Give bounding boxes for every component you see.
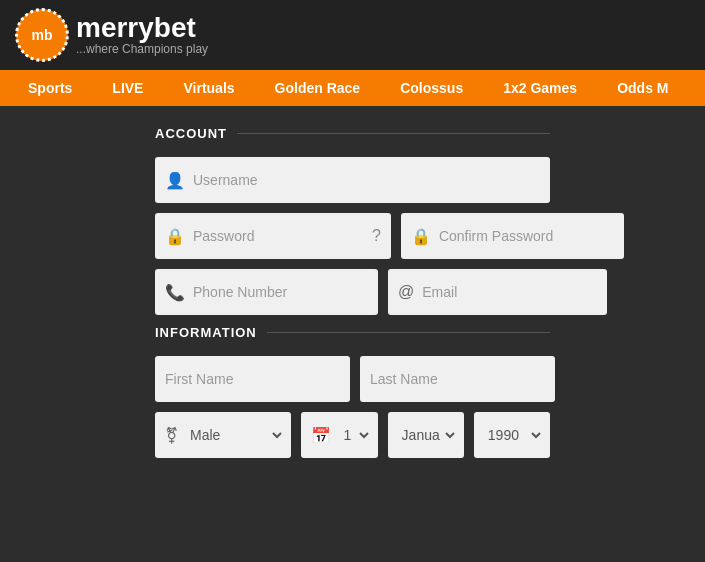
- logo: mb merrybet ...where Champions play: [16, 9, 208, 61]
- password-row: 🔒 ? 🔒: [155, 213, 550, 259]
- nav-item-live[interactable]: LIVE: [92, 70, 163, 106]
- user-icon: 👤: [165, 171, 185, 190]
- email-field-container: @: [388, 269, 607, 315]
- year-select[interactable]: 1990 1991 1992: [484, 426, 544, 444]
- main-content: ACCOUNT 👤 🔒 ? 🔒 📞 @ INFORMATION: [0, 106, 705, 488]
- nav-item-sports[interactable]: Sports: [8, 70, 92, 106]
- logo-initials: mb: [32, 27, 53, 43]
- phone-icon: 📞: [165, 283, 185, 302]
- password-help-icon[interactable]: ?: [372, 227, 381, 245]
- nav-item-golden-race[interactable]: Golden Race: [255, 70, 381, 106]
- account-section-label: ACCOUNT: [155, 126, 550, 141]
- lock-icon: 🔒: [165, 227, 185, 246]
- first-name-input[interactable]: [165, 371, 340, 387]
- at-icon: @: [398, 283, 414, 301]
- logo-text-group: merrybet ...where Champions play: [76, 14, 208, 56]
- brand-name: merrybet: [76, 14, 208, 42]
- dob-row: ⚧ Male Female 📅 1 2 3 Janua Febru March …: [155, 412, 550, 458]
- year-field-container: 1990 1991 1992: [474, 412, 550, 458]
- password-field-container: 🔒 ?: [155, 213, 391, 259]
- brand-tagline: ...where Champions play: [76, 42, 208, 56]
- phone-input[interactable]: [193, 284, 368, 300]
- username-input[interactable]: [193, 172, 540, 188]
- day-field-container: 📅 1 2 3: [301, 412, 377, 458]
- month-field-container: Janua Febru March: [388, 412, 464, 458]
- last-name-input[interactable]: [370, 371, 545, 387]
- phone-field-container: 📞: [155, 269, 378, 315]
- nav-item-virtuals[interactable]: Virtuals: [163, 70, 254, 106]
- last-name-field-container: [360, 356, 555, 402]
- phone-email-row: 📞 @: [155, 269, 550, 315]
- month-select[interactable]: Janua Febru March: [398, 426, 458, 444]
- calendar-icon: 📅: [311, 426, 331, 445]
- gender-field-container: ⚧ Male Female: [155, 412, 291, 458]
- confirm-lock-icon: 🔒: [411, 227, 431, 246]
- gender-select[interactable]: Male Female: [186, 426, 285, 444]
- username-field-container: 👤: [155, 157, 550, 203]
- header: mb merrybet ...where Champions play: [0, 0, 705, 70]
- nav-item-odds-m[interactable]: Odds M: [597, 70, 688, 106]
- password-input[interactable]: [193, 228, 368, 244]
- nav-item-1x2games[interactable]: 1x2 Games: [483, 70, 597, 106]
- username-row: 👤: [155, 157, 550, 203]
- navbar: Sports LIVE Virtuals Golden Race Colossu…: [0, 70, 705, 106]
- name-row: [155, 356, 550, 402]
- information-section-label: INFORMATION: [155, 325, 550, 340]
- first-name-field-container: [155, 356, 350, 402]
- confirm-password-field-container: 🔒: [401, 213, 624, 259]
- logo-circle: mb: [16, 9, 68, 61]
- day-select[interactable]: 1 2 3: [339, 426, 371, 444]
- nav-item-colossus[interactable]: Colossus: [380, 70, 483, 106]
- gender-icon: ⚧: [165, 426, 178, 445]
- confirm-password-input[interactable]: [439, 228, 614, 244]
- email-input[interactable]: [422, 284, 597, 300]
